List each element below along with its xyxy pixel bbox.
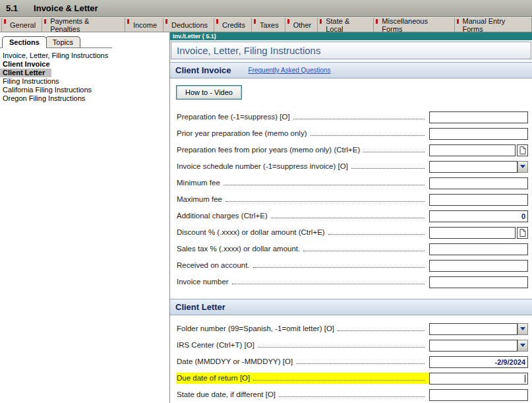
field-label: Preparation fee (-1=suppress) [O] (177, 113, 290, 121)
form-row: Date (MMDDYY or -MMDDYY) [O] (176, 354, 528, 370)
field-label: Received on account. (177, 261, 250, 269)
due-date-of-return-input[interactable] (429, 373, 528, 385)
sidebar-item-oregon-filing[interactable]: Oregon Filing Instructions (0, 94, 92, 103)
tab-other[interactable]: Other (285, 18, 318, 32)
sidebar-item-invoice-letter-filing[interactable]: Invoice, Letter, Filing Instructions (0, 51, 115, 60)
tab-marker-icon (127, 19, 129, 24)
chevron-down-icon (520, 165, 525, 168)
detail-entry-button[interactable] (517, 144, 528, 156)
form-row: Maximum fee (176, 191, 528, 208)
tab-payments-penalties[interactable]: Payments & Penalties (42, 18, 125, 32)
invoice-schedule-number-input[interactable] (429, 161, 517, 173)
field-label: Preparation fees from prior years (memo … (177, 146, 360, 154)
dotted-leader (253, 267, 425, 268)
prep-fees-prior-years-input[interactable] (429, 144, 516, 156)
tab-manual-entry-forms[interactable]: Manual Entry Forms (455, 18, 532, 32)
tab-state-local[interactable]: State & Local (318, 18, 374, 32)
field-label: Folder number (99=Spanish, -1=omit lette… (177, 325, 334, 332)
form-row: Discount % (.xxxx) or dollar amount (Ctr… (176, 224, 528, 241)
folder-number-input[interactable] (429, 323, 517, 335)
form-row: Folder number (99=Spanish, -1=omit lette… (176, 321, 528, 337)
field-label: Minimum fee (177, 179, 220, 187)
invoice-form: Preparation fee (-1=suppress) [O] Prior … (170, 108, 532, 290)
chevron-down-icon (520, 344, 525, 347)
field-label: Maximum fee (177, 195, 222, 203)
tab-general[interactable]: General (1, 18, 42, 32)
section-header-client-invoice: Client Invoice Frequently Asked Question… (170, 62, 532, 78)
dotted-leader (338, 330, 425, 331)
field-label: Sales tax % (.xxxx) or dollar amount. (177, 245, 300, 253)
dotted-leader (232, 284, 425, 284)
dropdown-button[interactable] (517, 161, 528, 173)
tab-income[interactable]: Income (125, 18, 163, 32)
form-row: State due date, if different [O] (176, 387, 528, 403)
letter-form: Folder number (99=Spanish, -1=omit lette… (170, 315, 532, 403)
tab-marker-icon (376, 19, 378, 24)
tab-marker-icon (165, 19, 167, 24)
field-label: Prior year preparation fee (memo only) (177, 129, 307, 137)
section-header-client-letter: Client Letter (170, 299, 532, 315)
additional-charges-input[interactable] (429, 210, 528, 222)
prior-year-prep-fee-input[interactable] (429, 128, 528, 140)
dotted-leader (293, 119, 425, 119)
text-caret (525, 375, 525, 383)
sidebar-item-california-filing[interactable]: California Filing Instructions (0, 86, 98, 94)
form-row: Prior year preparation fee (memo only) (176, 125, 528, 142)
content-area: Sections Topics Invoice, Letter, Filing … (0, 32, 532, 403)
sidebar-item-filing-instructions[interactable]: Filing Instructions (0, 77, 66, 86)
tab-deductions[interactable]: Deductions (163, 18, 214, 32)
minimum-fee-input[interactable] (429, 177, 528, 189)
dotted-leader (271, 218, 425, 218)
tab-credits[interactable]: Credits (214, 18, 252, 32)
field-label: Due date of return [O] (177, 374, 250, 382)
detail-entry-button[interactable] (517, 227, 528, 239)
form-row: Invoice schedule number (-1=suppress inv… (176, 158, 528, 175)
dotted-leader (328, 234, 425, 235)
received-on-account-input[interactable] (429, 260, 528, 272)
tab-marker-icon (4, 19, 6, 24)
discount-input[interactable] (429, 227, 516, 239)
chevron-down-icon (520, 327, 525, 330)
sidebar-tab-sections[interactable]: Sections (2, 36, 47, 48)
field-label: Invoice schedule number (-1=suppress inv… (177, 162, 348, 170)
maximum-fee-input[interactable] (429, 194, 528, 206)
tab-marker-icon (44, 19, 46, 24)
faq-link[interactable]: Frequently Asked Questions (249, 67, 331, 74)
sidebar: Sections Topics Invoice, Letter, Filing … (0, 32, 169, 403)
how-to-video-button[interactable]: How to - Video (176, 85, 242, 100)
category-tabbar: General Payments & Penalties Income Dedu… (0, 17, 532, 32)
dropdown-button[interactable] (517, 340, 528, 352)
screen-code: 5.1 (6, 3, 18, 13)
tab-taxes[interactable]: Taxes (252, 18, 285, 32)
dropdown-button[interactable] (517, 323, 528, 335)
field-label: State due date, if different [O] (177, 390, 276, 398)
panel-titlebar: Inv./Letter ( 5.1) (170, 32, 532, 40)
sidebar-tab-topics[interactable]: Topics (45, 36, 80, 47)
sidebar-item-client-letter[interactable]: Client Letter (0, 69, 51, 77)
document-icon (519, 229, 526, 237)
sales-tax-input[interactable] (429, 243, 528, 255)
field-label: IRS Center (Ctrl+T) [O] (177, 341, 254, 349)
preparation-fee-input[interactable] (429, 111, 528, 123)
field-label: Additional charges (Ctrl+E) (177, 212, 268, 220)
tab-marker-icon (457, 19, 459, 24)
tab-marker-icon (320, 19, 322, 24)
form-row: IRS Center (Ctrl+T) [O] (176, 337, 528, 354)
main-panel: Inv./Letter ( 5.1) Invoice, Letter, Fili… (169, 32, 532, 403)
dotted-leader (223, 185, 425, 185)
page-title: Invoice, Letter, Filing Instructions (171, 42, 531, 59)
sidebar-item-client-invoice[interactable]: Client Invoice (0, 60, 57, 69)
section-title: Client Invoice (175, 65, 231, 75)
section-title: Client Letter (175, 302, 225, 312)
state-due-date-input[interactable] (429, 389, 528, 401)
dotted-leader (351, 168, 425, 169)
letter-date-input[interactable] (429, 356, 528, 368)
window-titlebar: 5.1 Invoice & Letter (0, 0, 532, 17)
dotted-leader (253, 380, 425, 381)
field-label: Date (MMDDYY or -MMDDYY) [O] (177, 357, 293, 365)
invoice-number-input[interactable] (429, 276, 528, 288)
dotted-leader (225, 201, 425, 202)
form-row: Minimum fee (176, 175, 528, 191)
irs-center-input[interactable] (429, 340, 517, 352)
tab-miscellaneous-forms[interactable]: Miscellaneous Forms (374, 18, 454, 32)
